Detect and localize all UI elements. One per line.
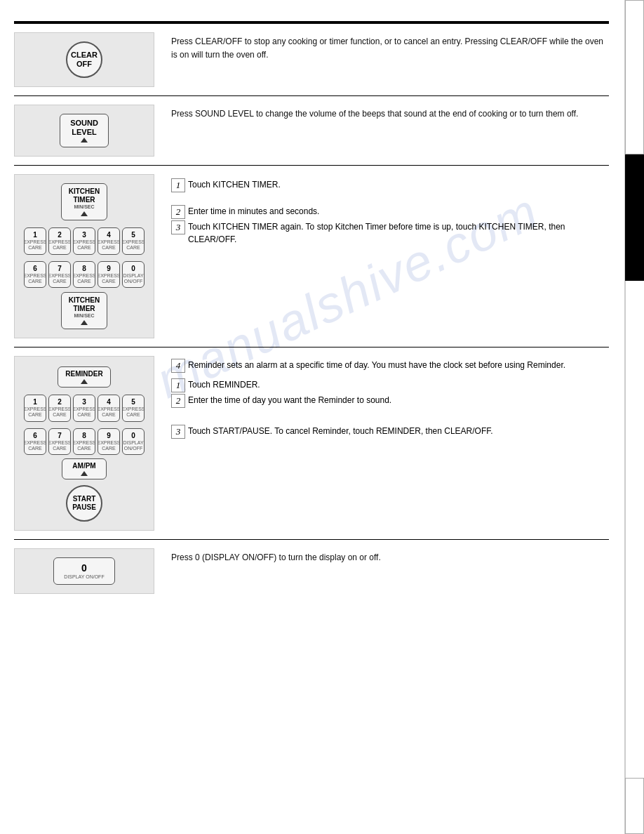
kt-step-3-row: 3 Touch KITCHEN TIMER again. To stop Kit… xyxy=(171,220,609,246)
display-onoff-button[interactable]: 0 DISPLAY ON/OFF xyxy=(53,557,114,585)
rem-arrow xyxy=(81,379,88,384)
rem-key-8[interactable]: 8EXPRESS CARE xyxy=(73,428,95,456)
right-sidebar xyxy=(624,0,644,834)
kitchen-timer-button-bottom[interactable]: KITCHEN TIMER MIN/SEC xyxy=(61,292,107,329)
kt-label1b: KITCHEN xyxy=(69,296,100,305)
kt-step-1-row: 1 Touch KITCHEN TIMER. xyxy=(171,178,609,192)
rem-keypad-row2: 6EXPRESS CARE 7EXPRESS CARE 8EXPRESS CAR… xyxy=(24,428,145,456)
sound-level-key-panel: SOUND LEVEL xyxy=(14,105,154,157)
display-onoff-text: Press 0 (DISPLAY ON/OFF) to turn the dis… xyxy=(171,551,609,564)
rem-key-1[interactable]: 1EXPRESS CARE xyxy=(24,395,46,422)
sound-level-text: Press SOUND LEVEL to change the volume o… xyxy=(171,107,609,121)
kt-key-2[interactable]: 2EXPRESS CARE xyxy=(48,227,71,255)
kitchen-timer-description: 1 Touch KITCHEN TIMER. 2 Enter time in m… xyxy=(171,174,609,250)
start-label: START xyxy=(73,495,96,503)
kt-minsec-bottom: MIN/SEC xyxy=(74,313,94,319)
kt-label1: KITCHEN xyxy=(69,187,100,196)
rem-key-9[interactable]: 9EXPRESS CARE xyxy=(98,428,120,456)
display-onoff-key-panel: 0 DISPLAY ON/OFF xyxy=(14,548,154,594)
rem-step-2-row: 2 Enter the time of day you want the Rem… xyxy=(171,394,609,408)
rem-note-4-num: 4 xyxy=(171,359,185,373)
start-pause-button[interactable]: START PAUSE xyxy=(66,485,102,522)
kt-step-3-text: Touch KITCHEN TIMER again. To stop Kitch… xyxy=(188,220,609,246)
rem-note-4-row: 4 Reminder sets an alarm at a specific t… xyxy=(171,359,609,373)
clear-off-key-panel: CLEAR OFF xyxy=(14,32,154,87)
kt-key-4[interactable]: 4EXPRESS CARE xyxy=(98,227,120,255)
section-clear-off: CLEAR OFF Press CLEAR/OFF to stop any co… xyxy=(14,22,609,96)
rem-step-1-row: 1 Touch REMINDER. xyxy=(171,378,609,392)
section-display-onoff: 0 DISPLAY ON/OFF Press 0 (DISPLAY ON/OFF… xyxy=(14,540,609,602)
clear-off-text: Press CLEAR/OFF to stop any cooking or t… xyxy=(171,35,609,62)
rem-key-3[interactable]: 3EXPRESS CARE xyxy=(73,395,95,422)
kt-key-0[interactable]: 0DISPLAY ON/OFF xyxy=(122,261,145,289)
sound-level-description: Press SOUND LEVEL to change the volume o… xyxy=(171,105,609,124)
kt-label2: TIMER xyxy=(73,196,95,204)
clear-off-button[interactable]: CLEAR OFF xyxy=(66,41,102,78)
kt-step-1-num: 1 xyxy=(171,178,185,192)
rem-key-0[interactable]: 0DISPLAY ON/OFF xyxy=(122,428,145,456)
rem-keypad-row1: 1EXPRESS CARE 2EXPRESS CARE 3EXPRESS CAR… xyxy=(24,395,145,422)
kt-keypad-row1: 1EXPRESS CARE 2EXPRESS CARE 3EXPRESS CAR… xyxy=(24,227,145,255)
sound-level-button[interactable]: SOUND LEVEL xyxy=(60,114,109,147)
rem-step-1-num: 1 xyxy=(171,378,185,392)
rem-step-1-text: Touch REMINDER. xyxy=(188,378,609,391)
sidebar-white-bottom2 xyxy=(625,778,644,834)
sound-level-arrow xyxy=(81,138,88,143)
am-pm-label: AM/PM xyxy=(72,462,95,470)
kt-step-2-row: 2 Enter time in minutes and seconds. xyxy=(171,205,609,219)
kt-keypad-row2: 6EXPRESS CARE 7EXPRESS CARE 8EXPRESS CAR… xyxy=(24,261,145,289)
sidebar-black-tab xyxy=(625,154,644,281)
kt-key-7[interactable]: 7EXPRESS CARE xyxy=(48,261,71,289)
kt-key-6[interactable]: 6EXPRESS CARE xyxy=(24,261,46,289)
kt-step-2-text: Enter time in minutes and seconds. xyxy=(188,205,609,218)
rem-step-2-text: Enter the time of day you want the Remin… xyxy=(188,394,609,406)
kt-key-1[interactable]: 1EXPRESS CARE xyxy=(24,227,46,255)
am-pm-arrow xyxy=(81,471,88,476)
rem-step-3-row: 3 Touch START/PAUSE. To cancel Reminder,… xyxy=(171,425,609,439)
kitchen-timer-key-panel: KITCHEN TIMER MIN/SEC 1EXPRESS CARE 2EXP… xyxy=(14,174,154,338)
kt-minsec-top: MIN/SEC xyxy=(74,204,94,210)
pause-label: PAUSE xyxy=(72,503,96,512)
clear-label-line1: CLEAR xyxy=(71,51,98,60)
reminder-description: 4 Reminder sets an alarm at a specific t… xyxy=(171,356,609,443)
kt-key-8[interactable]: 8EXPRESS CARE xyxy=(73,261,95,289)
sound-label-line2: LEVEL xyxy=(72,128,96,137)
display-key-sublabel: DISPLAY ON/OFF xyxy=(64,574,104,580)
kt-step-3-num: 3 xyxy=(171,220,185,234)
rem-key-2[interactable]: 2EXPRESS CARE xyxy=(48,395,71,422)
rem-step-2-num: 2 xyxy=(171,394,185,408)
rem-step-3-text: Touch START/PAUSE. To cancel Reminder, t… xyxy=(188,425,609,437)
main-content: CLEAR OFF Press CLEAR/OFF to stop any co… xyxy=(0,0,623,834)
clear-off-description: Press CLEAR/OFF to stop any cooking or t… xyxy=(171,32,609,65)
display-key-label: 0 xyxy=(81,562,87,574)
section-sound-level: SOUND LEVEL Press SOUND LEVEL to change … xyxy=(14,96,609,166)
sound-label-line1: SOUND xyxy=(70,119,98,128)
kt-arrow-bottom xyxy=(81,320,88,325)
rem-note-4-text: Reminder sets an alarm at a specific tim… xyxy=(188,359,609,371)
am-pm-button[interactable]: AM/PM xyxy=(62,458,106,479)
kt-key-3[interactable]: 3EXPRESS CARE xyxy=(73,227,95,255)
kt-step-2-num: 2 xyxy=(171,205,185,219)
kt-key-5[interactable]: 5EXPRESS CARE xyxy=(122,227,145,255)
kt-key-9[interactable]: 9EXPRESS CARE xyxy=(98,261,120,289)
rem-key-5[interactable]: 5EXPRESS CARE xyxy=(122,395,145,422)
sidebar-white-bottom xyxy=(625,281,644,778)
clear-label-line2: OFF xyxy=(76,60,92,69)
kitchen-timer-button-top[interactable]: KITCHEN TIMER MIN/SEC xyxy=(61,183,107,220)
kt-step-1-text: Touch KITCHEN TIMER. xyxy=(188,178,609,191)
rem-step-3-num: 3 xyxy=(171,425,185,439)
section-reminder: REMINDER 1EXPRESS CARE 2EXPRESS CARE 3EX… xyxy=(14,348,609,541)
rem-key-4[interactable]: 4EXPRESS CARE xyxy=(98,395,120,422)
section-kitchen-timer: KITCHEN TIMER MIN/SEC 1EXPRESS CARE 2EXP… xyxy=(14,166,609,347)
rem-key-6[interactable]: 6EXPRESS CARE xyxy=(24,428,46,456)
kt-label2b: TIMER xyxy=(73,305,95,313)
rem-key-7[interactable]: 7EXPRESS CARE xyxy=(48,428,71,456)
rem-label: REMINDER xyxy=(65,370,102,378)
reminder-key-panel: REMINDER 1EXPRESS CARE 2EXPRESS CARE 3EX… xyxy=(14,356,154,531)
display-onoff-description: Press 0 (DISPLAY ON/OFF) to turn the dis… xyxy=(171,548,609,567)
kt-arrow-top xyxy=(81,211,88,216)
sidebar-white-top xyxy=(625,0,644,154)
reminder-button-top[interactable]: REMINDER xyxy=(58,366,110,388)
